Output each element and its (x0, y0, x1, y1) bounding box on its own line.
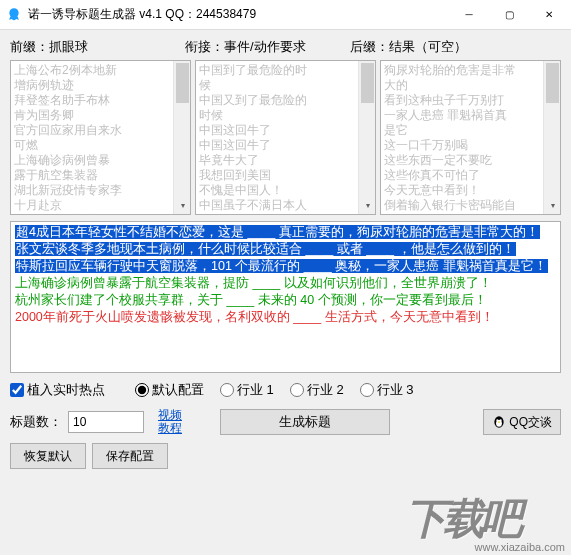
video-tutorial-link[interactable]: 视频教程 (158, 409, 184, 435)
radio-industry-3[interactable]: 行业 3 (360, 381, 414, 399)
list-item[interactable]: 倒着输入银行卡密码能自 (384, 198, 540, 213)
list-item[interactable]: 时候 (199, 108, 355, 123)
output-line: 2000年前死于火山喷发遗骸被发现，名利双收的 ____ 生活方式，今天无意中看… (15, 310, 494, 324)
app-icon (6, 7, 22, 23)
list-item[interactable]: 狗尿对轮胎的危害是非常 (384, 63, 540, 78)
maximize-button[interactable]: ▢ (489, 0, 529, 30)
scrollbar[interactable]: ▾ (358, 61, 375, 214)
list-item[interactable]: 这一口千万别喝 (384, 138, 540, 153)
minimize-button[interactable]: ─ (449, 0, 489, 30)
output-line: 特斯拉回应车辆行驶中天窗脱落，101 个最流行的 ____ 奥秘，一家人患癌 罪… (15, 259, 548, 273)
list-item[interactable]: 增病例轨迹 (14, 78, 170, 93)
list-item[interactable]: 中国到了最危险的时 (199, 63, 355, 78)
list-item[interactable]: 今天无意中看到！ (384, 183, 540, 198)
list-item[interactable]: 上海确诊病例曾暴 (14, 153, 170, 168)
list-item[interactable]: 看到这种虫子千万别打 (384, 93, 540, 108)
list-item[interactable]: 候 (199, 78, 355, 93)
list-item[interactable]: 十月赴京 (14, 198, 170, 213)
radio-default[interactable]: 默认配置 (135, 381, 204, 399)
list-item[interactable]: 拜登签名助手布林 (14, 93, 170, 108)
list-item[interactable]: 一家人患癌 罪魁祸首真 (384, 108, 540, 123)
list-item[interactable]: 中国这回牛了 (199, 123, 355, 138)
list-item[interactable]: 毕竟牛大了 (199, 153, 355, 168)
svg-point-2 (497, 419, 499, 421)
list-item[interactable]: 大的 (384, 78, 540, 93)
list-item[interactable]: 教孩子英文 (199, 213, 355, 214)
close-button[interactable]: ✕ (529, 0, 569, 30)
scrollbar[interactable]: ▾ (173, 61, 190, 214)
count-input[interactable] (68, 411, 144, 433)
svg-point-4 (498, 421, 500, 422)
radio-industry-2[interactable]: 行业 2 (290, 381, 344, 399)
prefix-listbox[interactable]: 上海公布2例本地新增病例轨迹拜登签名助手布林肯为国务卿官方回应家用自来水可燃上海… (10, 60, 191, 215)
radio-industry-1[interactable]: 行业 1 (220, 381, 274, 399)
list-item[interactable]: 是它 (384, 123, 540, 138)
realtime-checkbox[interactable]: 植入实时热点 (10, 381, 105, 399)
output-line: 上海确诊病例曾暴露于航空集装器，提防 ____ 以及如何识别他们，全世界崩溃了！ (15, 276, 492, 290)
list-item[interactable]: 肯为国务卿 (14, 108, 170, 123)
list-item[interactable]: 美媒披露特朗普三个 (14, 213, 170, 214)
count-label: 标题数： (10, 413, 62, 431)
list-item[interactable]: 中国又到了最危险的 (199, 93, 355, 108)
suffix-section-label: 后缀：结果（可空） (350, 38, 561, 56)
list-item[interactable]: 中国这回牛了 (199, 138, 355, 153)
bridge-listbox[interactable]: 中国到了最危险的时候中国又到了最危险的时候中国这回牛了中国这回牛了毕竟牛大了我想… (195, 60, 376, 215)
generate-button[interactable]: 生成标题 (220, 409, 390, 435)
realtime-checkbox-input[interactable] (10, 383, 24, 397)
list-item[interactable]: 上海公布2例本地新 (14, 63, 170, 78)
window-title: 诺一诱导标题生成器 v4.1 QQ：244538479 (28, 6, 449, 23)
save-config-button[interactable]: 保存配置 (92, 443, 168, 469)
list-item[interactable]: 不愧是中国人！ (199, 183, 355, 198)
suffix-listbox[interactable]: 狗尿对轮胎的危害是非常大的看到这种虫子千万别打一家人患癌 罪魁祸首真是它这一口千… (380, 60, 561, 215)
scrollbar[interactable]: ▾ (543, 61, 560, 214)
list-item[interactable]: 官方回应家用自来水 (14, 123, 170, 138)
watermark: 下载吧 www.xiazaiba.com (405, 491, 565, 551)
list-item[interactable]: 我想回到美国 (199, 168, 355, 183)
qq-icon (492, 415, 506, 429)
list-item[interactable]: 可燃 (14, 138, 170, 153)
svg-point-3 (500, 419, 502, 421)
output-line: 超4成日本年轻女性不结婚不恋爱，这是 ____ 真正需要的，狗尿对轮胎的危害是非… (15, 225, 540, 239)
prefix-section-label: 前缀：抓眼球 (10, 38, 185, 56)
list-item[interactable]: 动报警 (384, 213, 540, 214)
list-item[interactable]: 这些东西一定不要吃 (384, 153, 540, 168)
restore-defaults-button[interactable]: 恢复默认 (10, 443, 86, 469)
bridge-section-label: 衔接：事件/动作要求 (185, 38, 350, 56)
list-item[interactable]: 中国虽子不满日本人 (199, 198, 355, 213)
list-item[interactable]: 露于航空集装器 (14, 168, 170, 183)
list-item[interactable]: 湖北新冠疫情专家李 (14, 183, 170, 198)
config-radio-group: 默认配置 行业 1 行业 2 行业 3 (135, 381, 414, 399)
output-line: 张文宏谈冬季多地现本土病例，什么时候比较适合 ____ 或者 ____ ，他是怎… (15, 242, 516, 256)
list-item[interactable]: 这些你真不可怕了 (384, 168, 540, 183)
output-textbox[interactable]: 超4成日本年轻女性不结婚不恋爱，这是 ____ 真正需要的，狗尿对轮胎的危害是非… (10, 221, 561, 373)
output-line: 杭州家长们建了个校服共享群，关于 ____ 未来的 40 个预测，你一定要看到最… (15, 293, 487, 307)
qq-chat-button[interactable]: QQ交谈 (483, 409, 561, 435)
